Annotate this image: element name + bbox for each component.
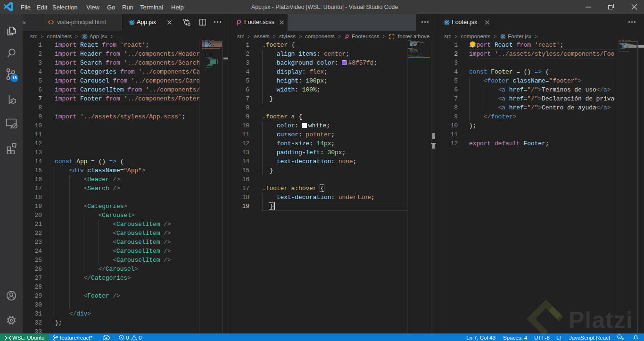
- svg-text:Platzi: Platzi: [569, 307, 633, 333]
